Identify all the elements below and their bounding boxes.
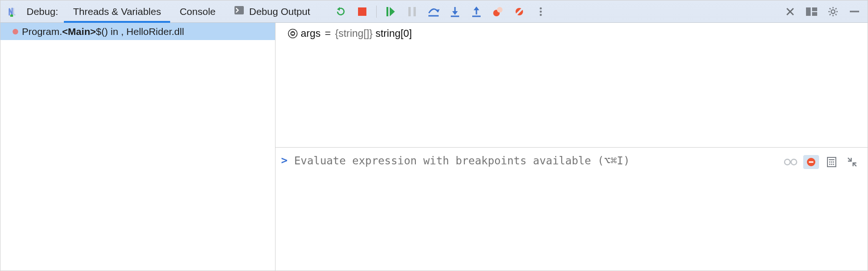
svg-point-49 [831, 162, 833, 163]
pause-button [403, 0, 421, 22]
svg-line-35 [835, 14, 836, 15]
evaluate-breakpoint-icon[interactable] [803, 155, 819, 169]
frame-assembly: HelloRider.dll [126, 26, 184, 37]
tab-threads-variables[interactable]: Threads & Variables [64, 0, 171, 22]
debug-main: Program.<Main>$() in , HelloRider.dll ar… [0, 23, 868, 271]
toolbar-separator [376, 6, 377, 18]
variable-eq: = [324, 27, 332, 40]
tab-debug-output-label: Debug Output [249, 6, 310, 17]
svg-point-23 [540, 14, 542, 16]
breakpoint-dot-icon [13, 29, 18, 34]
svg-point-48 [829, 162, 831, 163]
svg-marker-2 [337, 7, 340, 11]
debug-label: Debug: [24, 6, 64, 17]
svg-rect-38 [850, 11, 859, 12]
glasses-icon[interactable] [783, 155, 799, 169]
step-into-button[interactable] [446, 0, 464, 22]
evaluate-icons [783, 155, 860, 169]
stop-button[interactable] [353, 0, 372, 22]
frame-class: Program. [22, 26, 62, 37]
calculator-icon[interactable] [824, 155, 840, 169]
svg-marker-14 [474, 7, 479, 10]
frame-row[interactable]: Program.<Main>$() in , HelloRider.dll [0, 23, 275, 40]
tab-debug-output[interactable]: Debug Output [225, 0, 319, 22]
evaluate-panel: > [276, 148, 868, 271]
frame-method: <Main> [62, 26, 96, 37]
frame-suffix: $() in , [96, 26, 126, 37]
svg-rect-3 [358, 7, 366, 16]
svg-line-37 [830, 14, 831, 15]
rerun-button[interactable] [331, 0, 350, 22]
svg-rect-27 [812, 7, 817, 11]
more-actions-button[interactable] [531, 0, 550, 22]
svg-point-43 [791, 159, 797, 165]
svg-rect-26 [806, 7, 811, 16]
svg-rect-6 [408, 7, 411, 16]
svg-rect-1 [234, 6, 244, 14]
left-tabs: Debug: Threads & Variables Console Debug… [5, 0, 319, 22]
svg-point-53 [833, 164, 834, 165]
view-breakpoints-button[interactable] [489, 0, 507, 22]
evaluate-prompt: > [280, 154, 289, 166]
svg-rect-45 [809, 162, 813, 163]
svg-point-50 [833, 162, 834, 163]
gear-icon[interactable] [824, 0, 842, 22]
svg-line-34 [830, 8, 831, 9]
dotnet-icon[interactable] [5, 0, 24, 22]
svg-point-51 [829, 164, 831, 165]
evaluate-input[interactable] [293, 154, 778, 167]
step-out-button[interactable] [467, 0, 486, 22]
svg-point-17 [497, 7, 503, 13]
parameter-icon [288, 28, 298, 39]
frame-text: Program.<Main>$() in , HelloRider.dll [22, 26, 184, 37]
svg-point-42 [785, 159, 790, 165]
tab-console[interactable]: Console [170, 0, 225, 22]
variable-type: {string[]} [335, 27, 373, 40]
variable-name: args [301, 27, 321, 40]
svg-rect-4 [386, 7, 388, 16]
frames-panel[interactable]: Program.<Main>$() in , HelloRider.dll [0, 23, 276, 271]
svg-line-36 [835, 8, 836, 9]
svg-rect-41 [291, 33, 294, 34]
hide-icon[interactable] [845, 0, 864, 22]
svg-point-52 [831, 164, 833, 165]
svg-rect-28 [812, 12, 817, 16]
svg-point-21 [540, 7, 542, 9]
close-icon[interactable] [781, 0, 799, 22]
svg-marker-11 [452, 11, 458, 15]
svg-point-29 [831, 10, 835, 14]
right-pane: args = {string[]} string[0] > [276, 23, 868, 271]
variables-panel[interactable]: args = {string[]} string[0] [276, 23, 868, 148]
variable-value: string[0] [375, 27, 412, 40]
svg-marker-5 [390, 7, 395, 16]
svg-rect-7 [413, 7, 416, 16]
terminal-icon [234, 6, 244, 17]
variable-row[interactable]: args = {string[]} string[0] [288, 27, 860, 40]
collapse-icon[interactable] [844, 155, 860, 169]
svg-point-22 [540, 10, 542, 13]
mute-breakpoints-button[interactable] [510, 0, 529, 22]
layout-settings-icon[interactable] [802, 0, 821, 22]
step-over-button[interactable] [424, 0, 443, 22]
debug-toolbar: Debug: Threads & Variables Console Debug… [0, 0, 868, 23]
resume-button[interactable] [381, 0, 400, 22]
